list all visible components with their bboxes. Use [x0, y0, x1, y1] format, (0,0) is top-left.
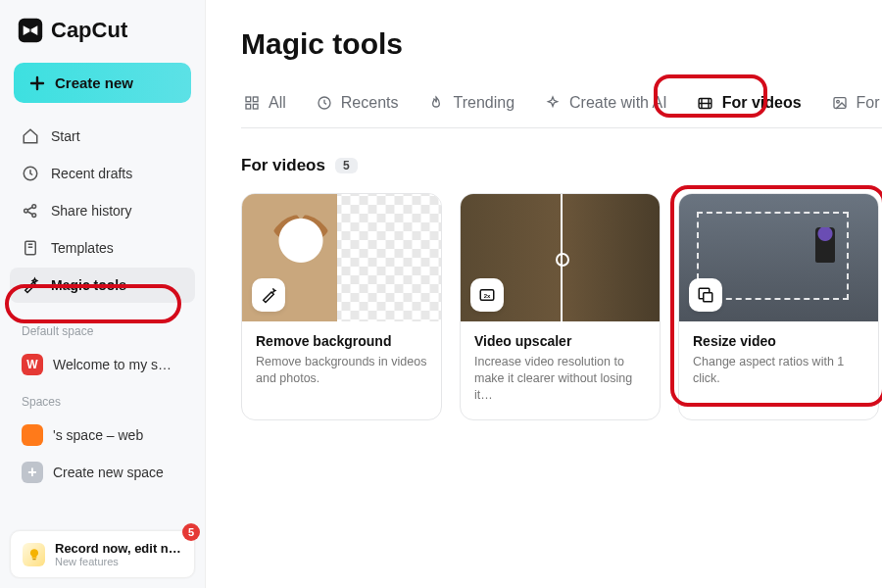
svg-rect-0 — [19, 19, 42, 42]
tab-for-videos[interactable]: For videos — [695, 88, 804, 127]
app-name: CapCut — [51, 18, 127, 43]
lightbulb-icon — [23, 543, 45, 566]
spaces-label: Spaces — [10, 383, 195, 416]
sidebar: CapCut Create new Start Recent drafts Sh… — [0, 0, 206, 588]
tab-for-images[interactable]: For images — [829, 88, 882, 127]
film-icon — [697, 94, 714, 112]
templates-icon — [22, 239, 39, 257]
card-resize-video[interactable]: Resize video Change aspect ratios with 1… — [678, 193, 879, 420]
sparkle-icon — [544, 94, 562, 112]
tab-label: For images — [857, 94, 882, 112]
card-title: Remove background — [256, 333, 427, 349]
tab-all[interactable]: All — [241, 88, 288, 127]
tab-label: All — [269, 94, 286, 112]
clock-icon — [22, 165, 39, 182]
space-label: 's space – web — [53, 427, 143, 443]
section-count: 5 — [335, 158, 358, 173]
upscale-icon: 2x — [470, 278, 504, 312]
create-new-button[interactable]: Create new — [14, 63, 191, 103]
svg-rect-7 — [246, 97, 251, 102]
card-thumbnail — [679, 194, 878, 321]
svg-rect-6 — [32, 559, 36, 560]
sidebar-item-label: Magic tools — [51, 277, 126, 293]
space-avatar — [22, 424, 43, 446]
tab-recents[interactable]: Recents — [314, 88, 401, 127]
svg-rect-8 — [253, 97, 258, 102]
capcut-logo-icon — [18, 18, 43, 43]
svg-rect-10 — [253, 104, 258, 109]
bottom-text: Record now, edit no… New features — [55, 541, 182, 567]
section-title: For videos — [241, 156, 325, 175]
main-content: Magic tools All Recents Trending Create … — [206, 0, 882, 588]
card-title: Video upscaler — [474, 333, 646, 349]
nav-list: Start Recent drafts Share history Templa… — [10, 119, 195, 303]
card-desc: Remove backgrounds in videos and photos. — [256, 354, 427, 387]
create-space-label: Create new space — [53, 465, 164, 480]
create-new-label: Create new — [55, 74, 133, 91]
sidebar-item-share-history[interactable]: Share history — [10, 193, 195, 228]
sidebar-item-label: Templates — [51, 240, 114, 256]
card-desc: Change aspect ratios with 1 click. — [693, 354, 864, 387]
sidebar-item-label: Start — [51, 128, 80, 144]
sidebar-item-magic-tools[interactable]: Magic tools — [10, 268, 195, 303]
tabs: All Recents Trending Create with AI For … — [241, 88, 882, 128]
bottom-title: Record now, edit no… — [55, 541, 182, 556]
plus-icon: + — [22, 462, 43, 483]
sidebar-item-label: Recent drafts — [51, 166, 132, 181]
space-welcome[interactable]: W Welcome to my s… — [10, 346, 195, 383]
share-icon — [22, 202, 39, 220]
section-header: For videos 5 — [241, 156, 882, 175]
sidebar-item-templates[interactable]: Templates — [10, 230, 195, 266]
flame-icon — [427, 94, 445, 112]
space-avatar: W — [22, 354, 43, 375]
svg-point-14 — [836, 100, 839, 103]
app-logo[interactable]: CapCut — [10, 18, 195, 63]
svg-rect-13 — [834, 98, 846, 109]
grid-icon — [243, 94, 261, 112]
space-user[interactable]: 's space – web — [10, 416, 195, 454]
svg-text:2x: 2x — [484, 293, 491, 299]
clock-icon — [316, 94, 333, 112]
plus-icon — [29, 75, 45, 91]
tab-create-with-ai[interactable]: Create with AI — [542, 88, 669, 127]
create-new-space[interactable]: + Create new space — [10, 454, 195, 491]
card-thumbnail: 2x — [461, 194, 660, 321]
section-for-videos: For videos 5 Remove background Remove ba… — [241, 156, 882, 420]
card-video-upscaler[interactable]: 2x Video upscaler Increase video resolut… — [460, 193, 661, 420]
card-body: Remove background Remove backgrounds in … — [242, 321, 441, 403]
sidebar-item-label: Share history — [51, 203, 131, 219]
bottom-promo-card[interactable]: 5 Record now, edit no… New features — [10, 530, 195, 578]
sidebar-item-start[interactable]: Start — [10, 119, 195, 154]
tab-label: Recents — [341, 94, 399, 112]
default-space-label: Default space — [10, 313, 195, 346]
notification-badge: 5 — [182, 523, 200, 541]
card-desc: Increase video resolution to make it cle… — [474, 354, 646, 404]
svg-rect-18 — [704, 293, 712, 302]
card-body: Video upscaler Increase video resolution… — [461, 321, 660, 419]
card-title: Resize video — [693, 333, 864, 349]
card-remove-background[interactable]: Remove background Remove backgrounds in … — [241, 193, 442, 420]
resize-icon — [689, 278, 722, 312]
tab-label: Create with AI — [569, 94, 667, 112]
card-grid: Remove background Remove backgrounds in … — [241, 193, 882, 420]
page-title: Magic tools — [241, 27, 882, 61]
tab-trending[interactable]: Trending — [425, 88, 516, 127]
image-icon — [831, 94, 849, 112]
tab-label: Trending — [453, 94, 514, 112]
magic-wand-icon — [252, 278, 285, 312]
space-label: Welcome to my s… — [53, 357, 172, 372]
magic-wand-icon — [22, 276, 39, 294]
tab-label: For videos — [722, 94, 802, 112]
bottom-subtitle: New features — [55, 556, 182, 567]
svg-rect-9 — [246, 104, 251, 109]
card-body: Resize video Change aspect ratios with 1… — [679, 321, 878, 403]
home-icon — [22, 127, 39, 145]
card-thumbnail — [242, 194, 441, 321]
sidebar-item-recent-drafts[interactable]: Recent drafts — [10, 156, 195, 191]
